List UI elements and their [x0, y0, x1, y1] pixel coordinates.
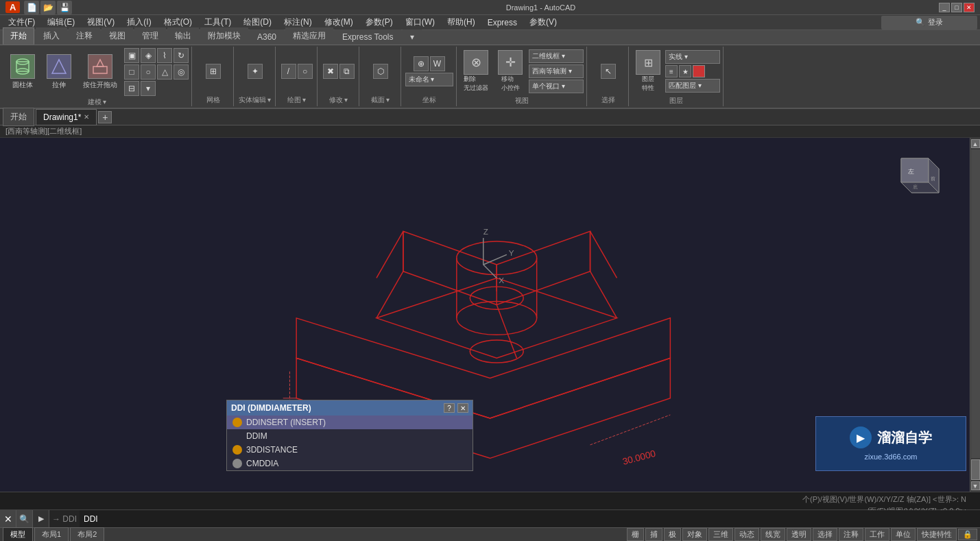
revolve-btn[interactable]: ↻	[174, 48, 189, 63]
cmd-item-cmddia[interactable]: CMDDIA	[227, 457, 473, 470]
ribbon-group-mesh: ⊞ 网格	[193, 47, 234, 106]
doc-tab-close[interactable]: ✕	[84, 113, 89, 121]
layer-set-current-btn[interactable]: ★	[679, 65, 691, 77]
tab-annotation[interactable]: 注释	[69, 27, 100, 45]
cone-btn[interactable]: △	[157, 64, 172, 80]
status-grid-btn[interactable]: 栅	[627, 528, 644, 541]
section-btn[interactable]: ⬡	[373, 64, 388, 79]
vertical-scrollbar[interactable]: ▲ ▼	[970, 138, 980, 492]
copy-btn[interactable]: ⧉	[339, 64, 355, 79]
close-btn[interactable]: ✕	[964, 3, 975, 12]
menu-help[interactable]: 帮助(H)	[442, 15, 481, 29]
solid-edit-btn[interactable]: ✦	[248, 64, 263, 79]
split-btn[interactable]: ⊟	[124, 81, 139, 96]
menu-param2[interactable]: 参数(V)	[524, 15, 562, 29]
tab-layout2[interactable]: 布局2	[70, 527, 104, 541]
cmd-item-icon-ddinsert	[232, 418, 242, 427]
doc-tab-add[interactable]: +	[98, 111, 112, 123]
info-center-btn[interactable]: 🔍 登录	[881, 16, 977, 29]
svg-text:底: 底	[913, 184, 918, 189]
tab-manage[interactable]: 管理	[134, 27, 166, 45]
status-transp-btn[interactable]: 透明	[787, 528, 811, 541]
layer-match-btn[interactable]: ≡	[665, 65, 678, 77]
status-lw-btn[interactable]: 线宽	[761, 528, 785, 541]
more-solid-btn[interactable]: ▾	[141, 81, 156, 96]
scroll-up-btn[interactable]: ▲	[971, 139, 980, 148]
presspull-btn[interactable]: 按住开拖动	[78, 51, 122, 93]
status-ws-btn[interactable]: 工作	[865, 528, 889, 541]
status-anno-btn[interactable]: 注释	[839, 528, 863, 541]
open-file-btn[interactable]: 📂	[40, 1, 56, 14]
sphere-btn[interactable]: ○	[141, 64, 156, 80]
line-btn[interactable]: /	[281, 64, 296, 79]
doc-tab-start[interactable]: 开始	[3, 108, 34, 126]
menu-param[interactable]: 参数(P)	[360, 15, 398, 29]
tab-insert[interactable]: 插入	[36, 27, 67, 45]
menu-window[interactable]: 窗口(W)	[400, 15, 440, 29]
tab-start[interactable]: 开始	[3, 27, 34, 45]
circle-btn[interactable]: ○	[298, 64, 313, 79]
sweep-btn[interactable]: ⌇	[157, 48, 172, 63]
status-unit-btn[interactable]: 单位	[891, 528, 916, 541]
tab-layout1[interactable]: 布局1	[34, 527, 69, 541]
ucs-world-btn[interactable]: W	[430, 56, 445, 71]
input-arrow-btn[interactable]: ▶	[33, 510, 49, 527]
view-direction-dropdown[interactable]: 西南等轴测 ▾	[529, 64, 584, 78]
layer-current-dropdown[interactable]: 匹配图层 ▾	[665, 79, 720, 93]
scroll-thumb[interactable]	[971, 459, 980, 480]
select-btn[interactable]: ↖	[601, 64, 616, 79]
new-file-btn[interactable]: 📄	[24, 1, 39, 14]
coord-dropdown[interactable]: 未命名 ▾	[405, 73, 453, 86]
cmd-item-ddim[interactable]: DDIM	[227, 429, 473, 443]
tab-express-tools[interactable]: Express Tools	[335, 29, 401, 45]
viewcube[interactable]: 左 前 底	[884, 145, 946, 206]
extrude-btn[interactable]: 拉伸	[42, 51, 76, 93]
tab-a360[interactable]: A360	[250, 29, 284, 45]
layer-color-btn[interactable]	[693, 65, 705, 77]
status-dynin-btn[interactable]: 动态	[734, 528, 759, 541]
status-qp-btn[interactable]: 快捷特性	[917, 528, 957, 541]
tab-model[interactable]: 模型	[3, 527, 33, 541]
erase-btn[interactable]: ✖	[323, 64, 338, 79]
input-search-btn[interactable]: 🔍	[16, 510, 33, 527]
delete-filter-btn[interactable]: ⊗ 删除无过滤器	[460, 48, 492, 95]
doc-tab-drawing1[interactable]: Drawing1* ✕	[36, 109, 97, 125]
move-widget-btn[interactable]: ✛ 移动小控件	[494, 48, 526, 95]
command-close-btn[interactable]: ✕	[457, 403, 468, 413]
cmd-item-3ddistance[interactable]: 3DDISTANCE	[227, 443, 473, 457]
command-title-text: DDI (DIMDIAMETER)	[231, 403, 311, 413]
status-sel-btn[interactable]: 选择	[813, 528, 837, 541]
command-help-btn[interactable]: ?	[444, 403, 455, 413]
torus-btn[interactable]: ◎	[174, 64, 189, 80]
scroll-down-btn[interactable]: ▼	[971, 481, 980, 490]
tab-output[interactable]: 输出	[167, 27, 199, 45]
command-input[interactable]	[80, 510, 980, 527]
smooth-btn[interactable]: ▣	[124, 48, 139, 63]
status-osnap-btn[interactable]: 对象	[682, 528, 707, 541]
status-lock-btn[interactable]: 🔒	[958, 529, 977, 540]
tab-view[interactable]: 视图	[101, 27, 133, 45]
menu-express[interactable]: Express	[482, 16, 523, 29]
ucs-btn[interactable]: ⊕	[414, 56, 429, 71]
mesh-btn[interactable]: ⊞	[206, 64, 221, 79]
status-3d-btn[interactable]: 三维	[708, 528, 733, 541]
loft-btn[interactable]: ◈	[141, 48, 156, 63]
visual-style-dropdown[interactable]: 二维线框 ▾	[529, 49, 584, 63]
cylinder-btn[interactable]: 圆柱体	[5, 51, 40, 93]
viewport-dropdown[interactable]: 单个视口 ▾	[529, 80, 584, 93]
minimize-btn[interactable]: _	[939, 3, 950, 12]
status-snap-btn[interactable]: 捕	[645, 528, 662, 541]
status-polar-btn[interactable]: 极	[664, 528, 681, 541]
canvas-area[interactable]: Z Y X 60.0000 30.0000 左 前 底	[0, 138, 980, 492]
maximize-btn[interactable]: □	[951, 3, 962, 12]
cmd-item-ddinsert[interactable]: DDINSERT (INSERT)	[227, 416, 473, 429]
layer-panel-btn[interactable]: ⊞ 图层特性	[632, 48, 664, 95]
tab-more[interactable]: ▾	[403, 29, 422, 45]
save-btn[interactable]: 💾	[57, 1, 72, 14]
layer-dropdown[interactable]: 实线 ▾	[665, 50, 720, 64]
input-close-btn[interactable]: ✕	[0, 510, 16, 527]
tab-featured[interactable]: 精选应用	[285, 27, 333, 45]
box-btn[interactable]: □	[124, 64, 139, 80]
command-window-title[interactable]: DDI (DIMDIAMETER) ? ✕	[227, 400, 473, 416]
tab-addons[interactable]: 附加模块	[200, 27, 248, 45]
